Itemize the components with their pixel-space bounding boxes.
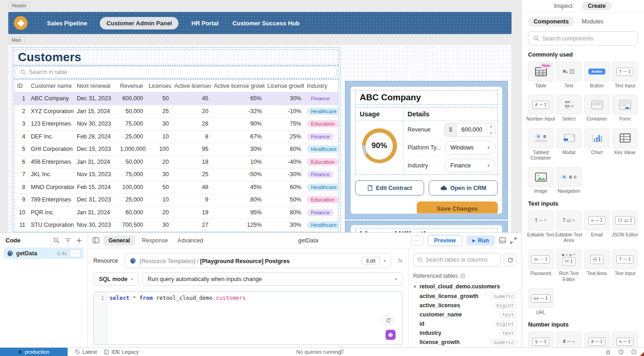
table-row[interactable]: 6 456 Enterprises Jan 31, 2024 50,000 20… bbox=[14, 156, 338, 169]
edit-contract-button[interactable]: Edit Contract bbox=[355, 180, 424, 195]
stepper-down-icon[interactable]: ▼ bbox=[487, 130, 495, 137]
sql-mode-select[interactable]: SQL mode▾ bbox=[93, 272, 138, 286]
platform-select[interactable]: Windows ▾ bbox=[444, 141, 495, 155]
table-row[interactable]: 8 MNO Corporation Feb 15, 2024 100,000 5… bbox=[14, 181, 338, 194]
sql-code-line[interactable]: select * from retool_cloud_demo.customer… bbox=[108, 292, 247, 345]
component-card[interactable]: ··I Password bbox=[528, 249, 553, 282]
environment-selector[interactable]: production bbox=[0, 348, 68, 356]
query-options-menu[interactable]: ··· bbox=[411, 235, 424, 246]
component-card[interactable]: M↓ Text bbox=[556, 62, 581, 89]
resource-selector[interactable]: [Resource Templates] / [Playground Resou… bbox=[125, 253, 391, 268]
info-icon[interactable]: i bbox=[460, 273, 466, 279]
filter-icon[interactable] bbox=[65, 238, 71, 243]
table-row[interactable]: 1 ABC Company Dec 31, 2023 600,000 50 45… bbox=[14, 92, 338, 105]
table-row[interactable]: 10 PQR Inc. Jan 31, 2024 60,000 20 19 95… bbox=[14, 207, 338, 219]
component-card[interactable]: %I Percent bbox=[612, 332, 638, 347]
component-card[interactable]: #✎ Editable Number bbox=[556, 332, 581, 347]
run-trigger-select[interactable]: Run query automatically when inputs chan… bbox=[142, 272, 402, 286]
component-card[interactable]: Container bbox=[584, 95, 610, 122]
column-header[interactable]: Licenses bbox=[146, 83, 172, 89]
table-row[interactable]: 2 XYZ Corporation Jan 15, 2024 50,000 25… bbox=[14, 105, 338, 118]
tab-modules[interactable]: Modules bbox=[581, 18, 603, 25]
nav-tab[interactable]: Customer Admin Panel bbox=[100, 17, 178, 29]
component-card[interactable]: Select bbox=[556, 95, 581, 122]
component-card[interactable]: New Table bbox=[528, 62, 553, 89]
revenue-input[interactable]: $ 600,000 ▲▼ bbox=[444, 123, 495, 137]
components-search-input[interactable] bbox=[542, 35, 632, 42]
component-card[interactable]: ABC Navigation bbox=[556, 167, 581, 194]
edit-resource-button[interactable]: Edit bbox=[362, 257, 380, 265]
column-header[interactable]: Active licenses bbox=[172, 83, 211, 89]
schema-field-row[interactable]: id bigint bbox=[420, 319, 517, 328]
component-card[interactable]: AB Tabbed Container bbox=[528, 128, 553, 161]
component-card[interactable]: TI Text Input bbox=[612, 62, 638, 89]
component-card[interactable]: Action Button bbox=[584, 62, 610, 89]
column-header[interactable]: Revenue bbox=[117, 83, 146, 89]
table-row[interactable]: 3 123 Enterprises Nov 30, 2023 75,000 30… bbox=[14, 118, 338, 131]
chevron-down-icon[interactable]: ▾ bbox=[384, 258, 386, 263]
collapse-panel-icon[interactable] bbox=[92, 237, 99, 243]
ai-assistant-button[interactable] bbox=[385, 330, 396, 340]
queries-refresh-icon[interactable] bbox=[339, 349, 344, 355]
component-card[interactable]: ✉I Email bbox=[584, 211, 610, 244]
component-card[interactable]: Key Value bbox=[612, 128, 638, 161]
table-row[interactable]: 5 GHI Corporation Dec 15, 2023 1,000,000… bbox=[14, 143, 338, 156]
component-card[interactable]: I Text Area bbox=[584, 249, 610, 282]
component-card[interactable]: T✎ Editable Text bbox=[528, 211, 553, 244]
component-card[interactable]: {}I JSON Editor bbox=[612, 211, 638, 244]
refresh-schema-icon[interactable] bbox=[504, 253, 517, 266]
table-header-row[interactable]: ID Customer name Next renewal Revenue Li… bbox=[14, 80, 338, 92]
component-card[interactable]: Form bbox=[612, 95, 638, 122]
component-card[interactable]: Image bbox=[528, 167, 553, 194]
column-header[interactable]: Active license growth bbox=[211, 83, 264, 89]
open-in-crm-button[interactable]: Open in CRM bbox=[429, 180, 498, 195]
component-card[interactable]: B / U ″I Rich Text Editor bbox=[556, 249, 581, 282]
help-icon[interactable]: ? bbox=[631, 349, 637, 355]
nav-tab[interactable]: HR Portal bbox=[190, 17, 219, 29]
query-list-item[interactable]: getData 0.4s ··· bbox=[4, 247, 84, 259]
tab-response[interactable]: Response bbox=[139, 235, 171, 246]
component-card[interactable]: I URL bbox=[528, 288, 553, 316]
table-row[interactable]: 7 JKL Inc. Nov 15, 2023 75,000 30 25 -50… bbox=[14, 168, 338, 181]
column-header[interactable]: ID bbox=[14, 83, 28, 89]
column-header[interactable]: Next renewal bbox=[74, 83, 117, 89]
tab-create[interactable]: Create bbox=[582, 2, 612, 10]
tab-components[interactable]: Components bbox=[528, 17, 574, 27]
schema-field-row[interactable]: industry text bbox=[420, 328, 517, 338]
schema-field-row[interactable]: customer_name text bbox=[420, 310, 517, 319]
component-card[interactable]: Chart bbox=[584, 128, 610, 161]
preview-button[interactable]: Preview bbox=[428, 235, 462, 246]
add-query-icon[interactable] bbox=[76, 238, 82, 243]
nav-tab[interactable]: Sales Pipeline bbox=[46, 17, 88, 29]
component-card[interactable]: TI Text Input bbox=[612, 249, 638, 282]
industry-select[interactable]: Finance ▾ bbox=[444, 159, 495, 172]
run-button[interactable]: ▶Run bbox=[466, 235, 495, 246]
refresh-query-icon[interactable] bbox=[384, 316, 393, 324]
schema-search-input[interactable] bbox=[426, 257, 497, 263]
fx-toggle[interactable]: fx bbox=[398, 258, 402, 264]
history-icon[interactable] bbox=[618, 349, 624, 355]
license-utilization-widget[interactable]: License Utilization bbox=[345, 221, 508, 232]
debug-icon[interactable] bbox=[605, 349, 611, 355]
search-icon[interactable] bbox=[53, 237, 59, 243]
schema-field-row[interactable]: active_licenses bigint bbox=[420, 301, 517, 310]
column-header[interactable]: License growth bbox=[264, 83, 304, 89]
stepper-up-icon[interactable]: ▲ bbox=[487, 123, 495, 130]
component-card[interactable]: × Modal bbox=[556, 128, 581, 161]
schema-field-row[interactable]: active_license_growth numeric bbox=[420, 292, 517, 301]
tab-inspect[interactable]: Inspect bbox=[554, 3, 572, 9]
table-search-input[interactable] bbox=[29, 69, 332, 75]
column-header[interactable]: Industry bbox=[304, 83, 338, 89]
table-row[interactable]: 9 789 Enterprises Dec 31, 2023 25,000 10… bbox=[14, 194, 338, 207]
version-latest[interactable]: Latest bbox=[75, 349, 97, 355]
nav-tab[interactable]: Customer Success Hub bbox=[231, 17, 300, 29]
expand-panel-icon[interactable] bbox=[510, 237, 517, 244]
component-card[interactable]: $I Currency bbox=[528, 332, 553, 347]
component-card[interactable]: #I Number Input bbox=[528, 95, 553, 122]
layout-toggle-icon[interactable] bbox=[499, 237, 506, 243]
component-card[interactable]: T✎ Editable Text Area bbox=[556, 211, 581, 244]
revenue-stepper[interactable]: ▲▼ bbox=[487, 123, 495, 136]
revenue-value[interactable]: 600,000 bbox=[457, 123, 487, 136]
table-row[interactable]: 11 STU Corporation Nov 30, 2023 700,500 … bbox=[14, 219, 338, 232]
table-row[interactable]: 4 DEF Inc. Feb 28, 2024 25,000 10 8 67% … bbox=[14, 131, 338, 144]
